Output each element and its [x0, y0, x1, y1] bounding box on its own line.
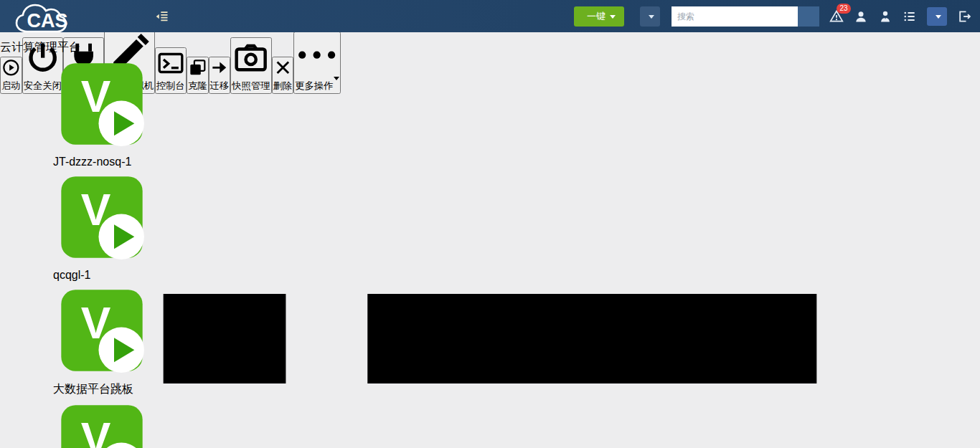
button-label: 删除 [273, 80, 293, 91]
task-list-button[interactable] [903, 9, 917, 24]
close-icon [273, 69, 293, 80]
clone-icon [188, 69, 207, 80]
brand: CAS 云计算管理平台 [0, 0, 151, 55]
chevron-down-icon [334, 77, 339, 94]
one-key-label: 一键 [587, 10, 606, 23]
navigation-sidebar: CAS 云计算管理平台 VJT-dzzz-nosq-1Vqcqgl-1V大数据平… [0, 0, 151, 448]
terminal-icon [156, 69, 185, 80]
chevron-down-icon [649, 15, 654, 22]
tree-item-vm[interactable]: V大数据平台跳板 [0, 397, 151, 448]
button-label: 控制台 [156, 80, 185, 91]
logout-button[interactable] [957, 9, 971, 24]
button-label: 克隆 [188, 80, 207, 91]
view-switch-button[interactable] [927, 7, 947, 26]
search-button[interactable] [798, 6, 819, 27]
alarm-count-badge: 23 [837, 4, 851, 14]
button-label: 更多操作 [295, 80, 333, 91]
tree-item-qcqgl-1[interactable]: Vqcqgl-1 [0, 168, 151, 282]
scope-selector-button[interactable] [640, 6, 660, 27]
alarm-button[interactable]: 23 [829, 9, 844, 24]
brand-subtitle: 云计算管理平台 [0, 40, 151, 55]
camera-icon [232, 69, 270, 80]
button-label: 迁移 [210, 80, 230, 91]
tree-item-label: qcqgl-1 [53, 269, 90, 281]
console-button[interactable]: 控制台 [155, 47, 187, 94]
resource-tree: VJT-dzzz-nosq-1Vqcqgl-1V大数据平台跳板V大数据平台跳板V… [0, 55, 151, 448]
migrate-button[interactable]: 迁移 [209, 57, 231, 94]
tree-item-label: 大数据平台跳板 [53, 383, 133, 395]
operator-button[interactable] [878, 9, 892, 24]
chevron-down-icon [610, 15, 616, 22]
user-icon [854, 14, 868, 26]
search-bar [672, 6, 819, 27]
svg-text:CAS: CAS [27, 10, 67, 32]
vm-icon: V [53, 369, 151, 381]
logout-icon [957, 14, 971, 26]
delete-button[interactable]: 删除 [272, 57, 294, 94]
tree-item-label: JT-dzzz-nosq-1 [53, 156, 131, 168]
user-button[interactable] [854, 9, 868, 24]
warning-icon [829, 14, 844, 26]
one-key-button[interactable]: 一键 [574, 6, 624, 27]
tree-item-JT-dzzz-nosq-1[interactable]: VJT-dzzz-nosq-1 [0, 55, 151, 168]
more-actions-button[interactable]: 更多操作 [293, 32, 340, 93]
vm-icon: V [53, 256, 151, 268]
svg-text:V: V [81, 414, 111, 448]
snapshot-button[interactable]: 快照管理 [230, 37, 271, 93]
chevron-down-icon [936, 15, 941, 22]
clone-button[interactable]: 克隆 [187, 57, 209, 94]
migrate-icon [210, 69, 230, 80]
list-menu-icon [903, 14, 917, 26]
collapse-sidebar-icon[interactable] [155, 9, 169, 22]
tree-item-vm[interactable]: V大数据平台跳板 [0, 282, 151, 397]
button-label: 快照管理 [232, 80, 270, 91]
cas-management-page: 一键 23 [0, 0, 980, 448]
vm-icon: V [53, 143, 151, 155]
person-icon [878, 14, 892, 26]
search-input[interactable] [672, 6, 798, 27]
cas-logo: CAS [0, 0, 151, 40]
dots-icon [295, 69, 339, 80]
